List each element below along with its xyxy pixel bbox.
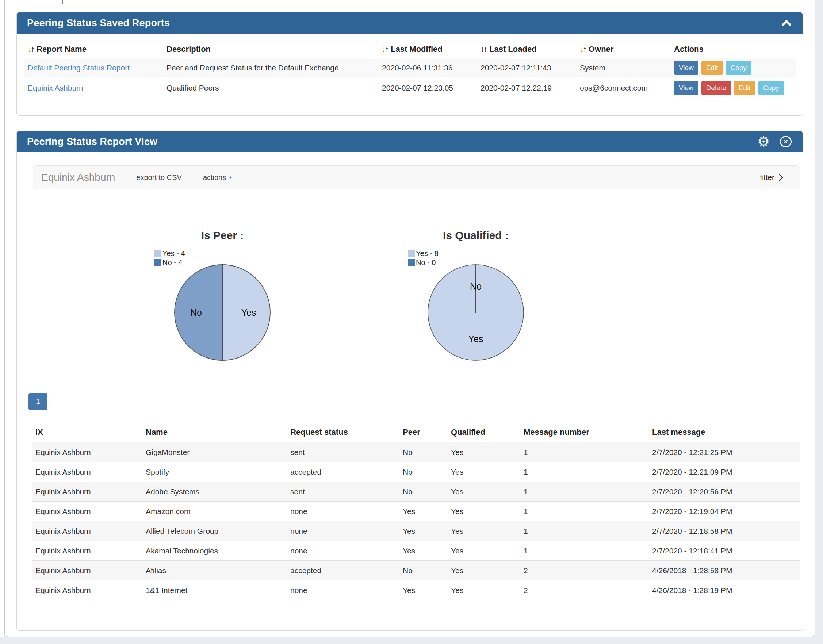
results-cell: 1 — [520, 443, 648, 462]
is-peer-pie: YesNo — [131, 225, 314, 371]
results-cell: Yes — [447, 521, 520, 541]
results-row: Equinix AshburnAkamai TechnologiesnoneYe… — [32, 541, 800, 561]
view-button[interactable]: View — [674, 61, 699, 75]
sort-icon: ↓↑ — [28, 44, 34, 54]
results-cell: accepted — [287, 462, 399, 482]
svg-text:Yes: Yes — [241, 307, 256, 317]
peering-results-table: IXNameRequest statusPeerQualifiedMessage… — [32, 428, 800, 600]
results-cell: Equinix Ashburn — [32, 541, 142, 561]
saved-report-cell: Peer and Request Status for the Default … — [163, 58, 378, 78]
column-header-report-name[interactable]: ↓↑Report Name — [24, 41, 163, 58]
report-toolbar: Equinix Ashburn export to CSV actions + … — [33, 166, 800, 190]
report-name-label: Equinix Ashburn — [41, 172, 115, 183]
saved-report-cell: 2020-02-06 11:31:36 — [378, 58, 477, 78]
results-cell: none — [287, 501, 399, 521]
results-column-message-number: Message number — [520, 428, 648, 443]
results-cell: 1&1 Internet — [142, 581, 287, 600]
results-cell: 2/7/2020 - 12:18:58 PM — [648, 521, 800, 541]
is-peer-chart: Is Peer : Yes - 4No - 4 YesNo — [131, 225, 314, 371]
results-cell: 2/7/2020 - 12:19:04 PM — [648, 501, 800, 521]
saved-reports-title: Peering Status Saved Reports — [27, 17, 170, 29]
report-name-link[interactable]: Default Peering Status Report — [28, 63, 130, 72]
results-cell: Equinix Ashburn — [32, 561, 142, 581]
results-cell: Equinix Ashburn — [32, 501, 142, 521]
saved-reports-panel-header: Peering Status Saved Reports — [17, 12, 803, 34]
results-cell: none — [287, 541, 399, 561]
results-cell: 2/7/2020 - 12:18:41 PM — [648, 541, 800, 561]
filter-label: filter — [760, 173, 774, 182]
results-row: Equinix AshburnAfiliasacceptedNoYes24/26… — [32, 561, 800, 581]
results-cell: No — [399, 561, 447, 581]
results-cell: 1 — [520, 541, 648, 561]
view-button[interactable]: View — [674, 81, 699, 95]
report-view-title: Peering Status Report View — [27, 136, 157, 147]
results-cell: Yes — [399, 521, 447, 541]
saved-reports-panel: Peering Status Saved Reports ↓↑Report Na… — [17, 12, 803, 116]
results-cell: 2/7/2020 - 12:21:25 PM — [648, 443, 800, 462]
results-cell: Equinix Ashburn — [32, 521, 142, 541]
results-column-peer: Peer — [399, 428, 447, 443]
copy-button[interactable]: Copy — [759, 81, 784, 95]
results-cell: Yes — [447, 581, 520, 600]
svg-text:No: No — [190, 307, 202, 317]
gear-icon[interactable]: ⚙ — [757, 135, 770, 149]
saved-report-cell: System — [576, 58, 670, 78]
column-header-actions: Actions — [670, 41, 796, 58]
results-cell: sent — [287, 443, 399, 462]
copy-button[interactable]: Copy — [726, 61, 751, 75]
column-header-owner[interactable]: ↓↑Owner — [576, 41, 670, 58]
results-cell: GigaMonster — [142, 443, 287, 462]
results-cell: 1 — [520, 462, 648, 482]
report-view-panel: Peering Status Report View ⚙ × Equinix A… — [17, 131, 803, 631]
results-cell: accepted — [287, 561, 399, 581]
results-row: Equinix AshburnAdobe SystemssentNoYes12/… — [32, 482, 800, 501]
edit-button[interactable]: Edit — [701, 61, 723, 75]
results-cell: 1 — [520, 482, 648, 501]
chevron-up-icon[interactable] — [782, 20, 792, 26]
results-cell: Yes — [447, 443, 520, 462]
results-cell: 2/7/2020 - 12:21:09 PM — [648, 462, 800, 482]
results-column-last-message: Last message — [648, 428, 800, 443]
results-row: Equinix Ashburn1&1 InternetnoneYesYes24/… — [32, 581, 800, 600]
results-cell: Yes — [447, 561, 520, 581]
pagination-page-1-button[interactable]: 1 — [29, 393, 48, 410]
svg-text:Yes: Yes — [469, 334, 483, 344]
saved-report-cell: 2020-02-07 12:23:05 — [378, 78, 477, 98]
results-cell: Afilias — [142, 561, 287, 581]
results-cell: No — [399, 462, 447, 482]
results-cell: Yes — [447, 482, 520, 501]
report-name-link[interactable]: Equinix Ashburn — [28, 84, 83, 92]
column-header-description: Description — [163, 41, 378, 58]
chevron-right-icon — [779, 173, 783, 181]
results-cell: Akamai Technologies — [142, 541, 287, 561]
results-row: Equinix AshburnAllied Telecom GroupnoneY… — [32, 521, 800, 541]
results-cell: 1 — [520, 501, 648, 521]
filter-link[interactable]: filter — [760, 173, 783, 182]
export-csv-link[interactable]: export to CSV — [136, 173, 182, 182]
results-cell: Equinix Ashburn — [32, 462, 142, 482]
results-cell: Equinix Ashburn — [32, 581, 142, 600]
results-cell: Adobe Systems — [142, 482, 287, 501]
results-cell: No — [399, 482, 447, 501]
results-cell: Yes — [399, 541, 447, 561]
results-row: Equinix AshburnGigaMonstersentNoYes12/7/… — [32, 443, 800, 462]
column-header-last-loaded[interactable]: ↓↑Last Loaded — [477, 41, 576, 58]
actions-menu-link[interactable]: actions + — [203, 173, 233, 182]
saved-report-cell: Qualified Peers — [163, 78, 378, 98]
edit-button[interactable]: Edit — [734, 81, 756, 95]
results-cell: Equinix Ashburn — [32, 482, 142, 501]
results-cell: Equinix Ashburn — [32, 443, 142, 462]
results-cell: Yes — [399, 501, 447, 521]
results-cell: sent — [287, 482, 399, 501]
saved-report-row: Equinix AshburnQualified Peers2020-02-07… — [24, 78, 796, 98]
results-cell: none — [287, 581, 399, 600]
delete-button[interactable]: Delete — [701, 81, 731, 95]
close-icon[interactable]: × — [780, 136, 792, 147]
saved-reports-table: ↓↑Report NameDescription↓↑Last Modified↓… — [24, 41, 796, 98]
sort-icon: ↓↑ — [481, 44, 486, 54]
results-column-qualified: Qualified — [447, 428, 520, 443]
sort-icon: ↓↑ — [382, 44, 388, 54]
column-header-last-modified[interactable]: ↓↑Last Modified — [378, 41, 477, 58]
results-cell: Yes — [399, 581, 447, 600]
results-cell: 4/26/2018 - 1:28:58 PM — [648, 561, 800, 581]
